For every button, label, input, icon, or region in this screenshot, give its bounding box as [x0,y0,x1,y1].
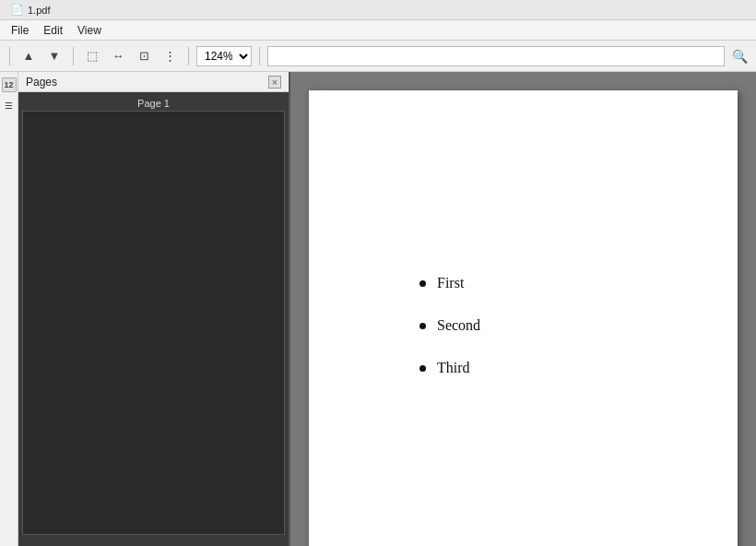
bullet-text: First [437,275,464,291]
left-icon-strip: 12 ☰ [0,72,18,546]
sidebar-title: Pages [26,76,57,89]
bullet-item: First [419,275,480,291]
toolbar-sep-2 [73,47,74,65]
sidebar-close-button[interactable]: × [268,76,281,89]
fit-page-button[interactable]: ⬚ [81,45,103,67]
menu-bar: File Edit View [0,20,756,41]
menu-view[interactable]: View [70,22,109,39]
sidebar-content: Page 1 [18,92,289,546]
nav-down-icon: ▼ [49,49,61,63]
toolbar-sep-4 [259,47,260,65]
bullet-text: Third [437,360,470,376]
bullet-item: Third [419,360,480,376]
app-icon: 📄 [11,4,24,16]
continuous-scroll-icon: ⋮ [164,49,176,63]
toolbar-sep-3 [188,47,189,65]
toc-panel-button[interactable]: ☰ [2,98,17,113]
sidebar: Pages × Page 1 [18,72,290,546]
menu-file[interactable]: File [4,22,36,39]
search-button[interactable]: 🔍 [728,45,750,67]
toc-icon: ☰ [5,101,13,111]
pdf-content: FirstSecondThird [419,275,480,402]
page-1-thumbnail[interactable] [22,111,285,535]
bullet-dot [419,365,426,372]
pdf-viewer[interactable]: FirstSecondThird [290,72,756,546]
bullet-dot [419,280,426,287]
bullet-text: Second [437,317,480,334]
toolbar-sep-1 [9,47,10,65]
bullet-item: Second [419,317,480,334]
search-input[interactable] [267,46,725,66]
continuous-scroll-button[interactable]: ⋮ [159,45,181,67]
title-bar: 📄 1.pdf [0,0,756,20]
menu-edit[interactable]: Edit [36,22,70,39]
toolbar: ▲ ▼ ⬚ ↔ ⊡ ⋮ 124% 100% 75% 50% 150% 200% … [0,41,756,72]
nav-up-icon: ▲ [23,49,35,63]
window-title: 1.pdf [28,5,50,16]
fit-width-button[interactable]: ↔ [107,45,129,67]
search-icon: 🔍 [732,49,748,64]
main-area: 12 ☰ Pages × Page 1 FirstSecondThird [0,72,756,546]
zoom-select[interactable]: 124% 100% 75% 50% 150% 200% [196,46,252,66]
pdf-page: FirstSecondThird [309,90,738,546]
fit-width-icon: ↔ [112,49,124,63]
bullet-dot [419,323,426,329]
pages-icon: 12 [4,80,13,89]
fit-selection-icon: ⊡ [139,49,149,63]
sidebar-header: Pages × [18,72,289,92]
fit-selection-button[interactable]: ⊡ [133,45,155,67]
pages-panel-button[interactable]: 12 [2,77,17,92]
nav-down-button[interactable]: ▼ [43,45,65,67]
page-1-label: Page 1 [22,96,285,111]
nav-up-button[interactable]: ▲ [18,45,40,67]
fit-page-icon: ⬚ [87,49,98,63]
